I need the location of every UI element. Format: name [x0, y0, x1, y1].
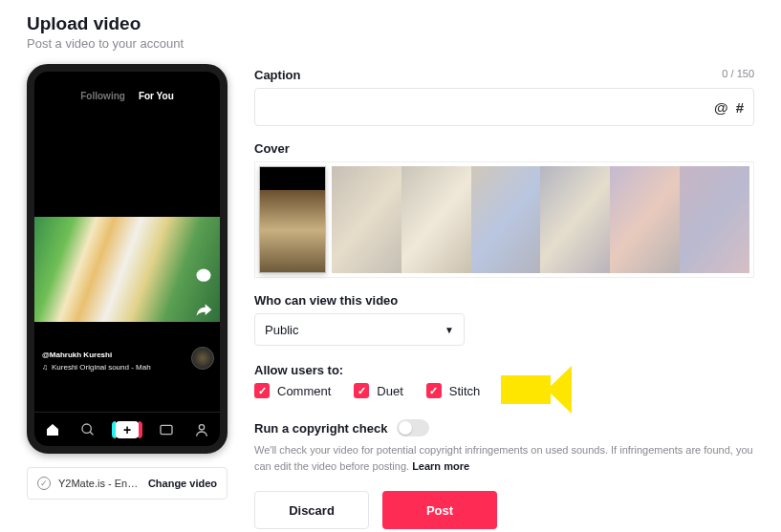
- page-title: Upload video: [27, 13, 754, 34]
- hashtag-button[interactable]: #: [736, 99, 744, 116]
- learn-more-link[interactable]: Learn more: [412, 460, 469, 472]
- checkbox-checked-icon[interactable]: ✓: [254, 383, 270, 398]
- svg-rect-2: [161, 425, 172, 434]
- tab-following[interactable]: Following: [80, 91, 125, 101]
- viewers-select[interactable]: Public ▼: [254, 313, 465, 346]
- change-video-button[interactable]: Change video: [148, 478, 217, 489]
- video-preview-frame: [34, 217, 220, 322]
- annotation-arrow-icon: [501, 375, 551, 404]
- home-icon[interactable]: [44, 421, 61, 438]
- profile-icon[interactable]: [193, 421, 210, 438]
- chevron-down-icon: ▼: [445, 325, 454, 335]
- cover-label: Cover: [254, 141, 290, 156]
- allow-duet[interactable]: ✓ Duet: [354, 383, 402, 398]
- svg-point-1: [82, 424, 91, 433]
- cover-selected-frame[interactable]: [259, 166, 326, 273]
- caption-box[interactable]: @ #: [254, 88, 754, 126]
- allow-label: Allow users to:: [254, 363, 343, 377]
- copyright-label: Run a copyright check: [254, 421, 387, 436]
- viewers-label: Who can view this video: [254, 293, 398, 308]
- page-subtitle: Post a video to your account: [27, 36, 754, 51]
- checkbox-checked-icon[interactable]: ✓: [426, 383, 442, 398]
- caption-input[interactable]: [265, 100, 714, 115]
- svg-point-0: [197, 269, 211, 282]
- inbox-icon[interactable]: [158, 421, 175, 438]
- discover-icon[interactable]: [79, 421, 97, 438]
- cover-filmstrip[interactable]: [332, 166, 749, 273]
- discard-button[interactable]: Discard: [254, 491, 369, 529]
- check-circle-icon: ✓: [37, 477, 51, 490]
- music-note-icon: ♫: [42, 363, 48, 372]
- phone-preview: Following For You @Mahrukh Kureshi ♫Kure…: [27, 64, 228, 454]
- video-meta: @Mahrukh Kureshi ♫Kureshi Original sound…: [42, 351, 151, 372]
- caption-label-row: Caption 0 / 150: [254, 68, 754, 82]
- post-button[interactable]: Post: [382, 491, 497, 529]
- sound-disc-icon: [191, 347, 214, 370]
- feed-tabs: Following For You: [34, 72, 220, 101]
- share-icon[interactable]: [193, 300, 214, 321]
- copyright-help: We'll check your video for potential cop…: [254, 442, 754, 474]
- create-icon[interactable]: +: [115, 421, 140, 438]
- copyright-toggle[interactable]: [397, 419, 429, 436]
- file-bar: ✓ Y2Mate.is - Encanto bu... Change video: [27, 467, 228, 500]
- checkbox-checked-icon[interactable]: ✓: [354, 383, 369, 398]
- video-sound: Kureshi Original sound - Mah: [52, 363, 151, 372]
- video-username: @Mahrukh Kureshi: [42, 351, 151, 359]
- phone-nav: +: [34, 412, 220, 446]
- tab-for-you[interactable]: For You: [139, 91, 174, 101]
- comment-icon[interactable]: [193, 266, 214, 287]
- svg-point-3: [200, 424, 205, 429]
- allow-stitch[interactable]: ✓ Stitch: [426, 383, 481, 398]
- file-name: Y2Mate.is - Encanto bu...: [58, 478, 141, 489]
- cover-selector[interactable]: [254, 161, 754, 278]
- mention-button[interactable]: @: [714, 99, 728, 116]
- page-header: Upload video Post a video to your accoun…: [27, 13, 754, 64]
- caption-label: Caption: [254, 68, 300, 82]
- caption-counter: 0 / 150: [722, 68, 754, 82]
- allow-comment[interactable]: ✓ Comment: [254, 383, 331, 398]
- allow-options: ✓ Comment ✓ Duet ✓ Stitch: [254, 383, 754, 398]
- viewers-selected: Public: [265, 323, 298, 337]
